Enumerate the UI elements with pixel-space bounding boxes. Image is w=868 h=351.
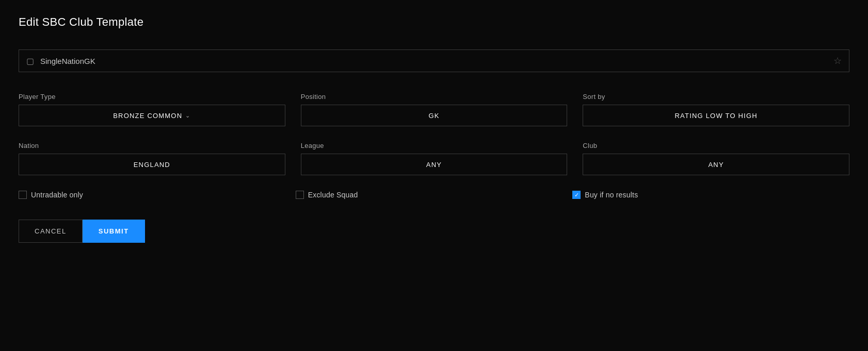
player-type-value: BRONZE COMMON — [113, 112, 182, 120]
page-container: Edit SBC Club Template ▢ SingleNationGK … — [0, 0, 868, 258]
club-group: Club ANY — [583, 142, 849, 175]
player-type-select[interactable]: BRONZE COMMON ⌄ — [19, 105, 285, 126]
page-title: Edit SBC Club Template — [19, 15, 849, 29]
sort-by-label: Sort by — [583, 93, 849, 101]
buy-if-no-results-group: Buy if no results — [572, 191, 849, 199]
template-name-text: SingleNationGK — [40, 57, 833, 65]
league-select[interactable]: ANY — [301, 154, 568, 175]
exclude-squad-wrapper[interactable]: Exclude Squad — [296, 191, 358, 199]
player-type-label: Player Type — [19, 93, 285, 101]
buy-if-no-results-wrapper[interactable]: Buy if no results — [572, 191, 638, 199]
exclude-squad-checkbox[interactable] — [296, 191, 304, 199]
submit-button[interactable]: SUBMIT — [83, 220, 145, 243]
template-name-bar: ▢ SingleNationGK ☆ — [19, 49, 849, 72]
untradable-only-group: Untradable only — [19, 191, 296, 199]
nation-value: ENGLAND — [134, 161, 170, 169]
sort-by-value: RATING LOW TO HIGH — [675, 112, 758, 120]
nation-select[interactable]: ENGLAND — [19, 154, 285, 175]
player-type-group: Player Type BRONZE COMMON ⌄ — [19, 93, 285, 126]
untradable-only-label: Untradable only — [31, 191, 83, 199]
nation-group: Nation ENGLAND — [19, 142, 285, 175]
league-value: ANY — [426, 161, 442, 169]
folder-icon: ▢ — [26, 56, 34, 66]
club-select[interactable]: ANY — [583, 154, 849, 175]
fields-row-2: Nation ENGLAND League ANY Club ANY — [19, 142, 849, 175]
league-group: League ANY — [301, 142, 568, 175]
nation-label: Nation — [19, 142, 285, 149]
fields-row-1: Player Type BRONZE COMMON ⌄ Position GK … — [19, 93, 849, 126]
exclude-squad-label: Exclude Squad — [308, 191, 358, 199]
exclude-squad-group: Exclude Squad — [296, 191, 573, 199]
untradable-only-checkbox[interactable] — [19, 191, 27, 199]
league-label: League — [301, 142, 568, 149]
buy-if-no-results-checkbox[interactable] — [572, 191, 581, 199]
star-icon[interactable]: ☆ — [833, 55, 842, 66]
player-type-chevron: ⌄ — [185, 112, 190, 119]
checkboxes-row: Untradable only Exclude Squad Buy if no … — [19, 191, 849, 199]
sort-by-group: Sort by RATING LOW TO HIGH — [583, 93, 849, 126]
untradable-only-wrapper[interactable]: Untradable only — [19, 191, 83, 199]
buttons-row: CANCEL SUBMIT — [19, 220, 849, 243]
position-value: GK — [428, 112, 439, 120]
position-group: Position GK — [301, 93, 568, 126]
position-select[interactable]: GK — [301, 105, 568, 126]
club-value: ANY — [709, 161, 724, 169]
position-label: Position — [301, 93, 568, 101]
cancel-button[interactable]: CANCEL — [19, 220, 83, 243]
sort-by-select[interactable]: RATING LOW TO HIGH — [583, 105, 849, 126]
club-label: Club — [583, 142, 849, 149]
buy-if-no-results-label: Buy if no results — [585, 191, 638, 199]
